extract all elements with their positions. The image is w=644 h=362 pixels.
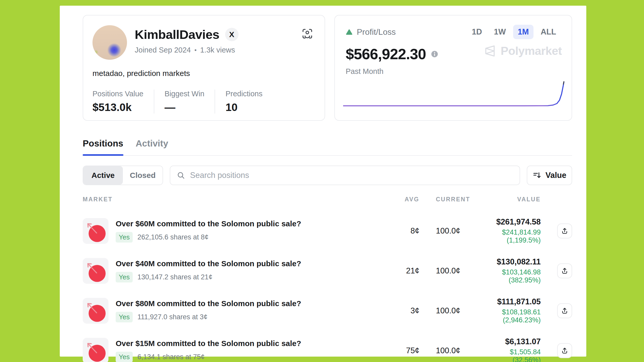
period-label: Past Month [343,67,561,76]
value-cell: $261,974.58 $241,814.99 (1,199.5%) [480,217,541,244]
pnl-sparkline-chart [343,81,565,107]
profile-header: KimballDavies X Joined Sep 2024 • 1.3k v… [92,25,314,60]
market-info: Over $40M committed to the Solomon publi… [116,259,301,282]
shares-text: 6,134.1 shares at 75¢ [137,353,205,361]
profile-card: KimballDavies X Joined Sep 2024 • 1.3k v… [83,15,325,121]
share-upload-icon [561,267,569,275]
outcome-badge: Yes [116,352,133,362]
views-count: 1.3k views [200,46,235,54]
polymarket-watermark: Polymarket [483,44,562,58]
position-value: $111,871.05 [480,297,541,306]
outcome-badge: Yes [116,312,133,322]
filter-closed-button[interactable]: Closed [123,166,163,185]
position-gain: $1,505.84 (32.56%) [480,348,541,362]
range-1d-button[interactable]: 1D [467,25,487,39]
shares-text: 130,147.2 shares at 21¢ [137,273,212,281]
joined-date: Joined Sep 2024 [135,46,191,54]
market-icon [83,258,108,284]
filter-bar: Active Closed Value [83,166,572,185]
market-icon [83,338,108,362]
profile-name: KimballDavies [135,27,219,42]
active-closed-toggle: Active Closed [83,166,163,185]
dot-separator: • [194,47,197,54]
header-current: CURRENT [436,196,480,203]
current-price: 100.0¢ [436,226,480,236]
avg-price: 3¢ [381,306,419,315]
header-market: MARKET [83,196,381,203]
market-icon [83,298,108,324]
market-info: Over $60M committed to the Solomon publi… [116,219,301,243]
share-button[interactable] [557,303,572,318]
avg-price: 8¢ [381,226,419,236]
header-avg: AVG [381,196,419,203]
info-icon[interactable] [431,50,438,58]
range-all-button[interactable]: ALL [536,25,561,39]
profit-loss-amount: $566,922.30 [346,45,426,63]
share-upload-icon [561,347,569,355]
profit-loss-card: Profit/Loss 1D 1W 1M ALL $566,922.30 [334,15,572,121]
position-gain: $108,198.61 (2,946.23%) [480,308,541,324]
market-title: Over $80M committed to the Solomon publi… [116,299,301,308]
search-positions-box[interactable] [170,166,520,185]
scan-icon [301,28,313,40]
stat-positions-value: Positions Value $513.0k [92,90,154,114]
x-twitter-badge[interactable]: X [225,28,239,41]
triangle-up-icon [346,29,353,36]
x-twitter-icon: X [229,30,234,39]
market-title: Over $15M committed to the Solomon publi… [116,339,301,348]
table-row[interactable]: Over $80M committed to the Solomon publi… [83,297,572,324]
sort-descending-icon [533,171,541,180]
filter-active-button[interactable]: Active [83,166,123,185]
profile-stats: Positions Value $513.0k Biggest Win — Pr… [92,90,314,114]
sort-by-value-button[interactable]: Value [527,166,572,185]
stat-biggest-win: Biggest Win — [154,90,215,114]
position-value: $261,974.58 [480,217,541,227]
value-cell: $111,871.05 $108,198.61 (2,946.23%) [480,297,541,324]
tab-positions[interactable]: Positions [83,138,123,155]
current-price: 100.0¢ [436,346,480,355]
share-button[interactable] [557,263,572,278]
share-upload-icon [561,227,569,235]
market-title: Over $60M committed to the Solomon publi… [116,219,301,228]
profit-loss-label: Profit/Loss [357,27,396,37]
table-row[interactable]: Over $15M committed to the Solomon publi… [83,337,572,362]
range-1m-button[interactable]: 1M [513,25,533,39]
current-price: 100.0¢ [436,266,480,275]
table-row[interactable]: Over $40M committed to the Solomon publi… [83,257,572,284]
share-upload-icon [561,307,569,315]
range-1w-button[interactable]: 1W [489,25,511,39]
market-icon [83,218,108,244]
share-button[interactable] [557,223,572,238]
header-value: VALUE [480,196,541,203]
shares-text: 262,105.6 shares at 8¢ [137,233,208,241]
position-value: $130,082.11 [480,257,541,266]
profile-bio: metadao, prediction markets [92,69,314,78]
value-cell: $130,082.11 $103,146.98 (382.95%) [480,257,541,284]
search-positions-input[interactable] [190,171,513,180]
position-gain: $241,814.99 (1,199.5%) [480,228,541,244]
outcome-badge: Yes [116,272,133,282]
positions-table-body: Over $60M committed to the Solomon publi… [83,217,572,362]
search-icon [177,171,185,179]
top-cards: KimballDavies X Joined Sep 2024 • 1.3k v… [83,15,572,121]
current-price: 100.0¢ [436,306,480,315]
polymarket-logo-icon [483,44,496,58]
position-value: $6,131.07 [480,337,541,346]
scan-qr-button[interactable] [301,28,313,40]
profit-loss-label-group: Profit/Loss [346,27,396,37]
tabs-bar: Positions Activity [83,138,572,156]
app-panel: KimballDavies X Joined Sep 2024 • 1.3k v… [60,6,586,357]
avg-price: 21¢ [381,266,419,275]
stat-predictions: Predictions 10 [215,90,273,114]
value-cell: $6,131.07 $1,505.84 (32.56%) [480,337,541,362]
share-button[interactable] [557,343,572,358]
main-content: KimballDavies X Joined Sep 2024 • 1.3k v… [83,15,572,362]
table-row[interactable]: Over $60M committed to the Solomon publi… [83,217,572,244]
profile-identity: KimballDavies X Joined Sep 2024 • 1.3k v… [135,25,239,54]
avg-price: 75¢ [381,346,419,355]
polymarket-watermark-text: Polymarket [501,44,562,58]
position-gain: $103,146.98 (382.95%) [480,268,541,284]
tab-activity[interactable]: Activity [136,138,168,155]
avatar [92,25,127,60]
market-info: Over $15M committed to the Solomon publi… [116,339,301,362]
